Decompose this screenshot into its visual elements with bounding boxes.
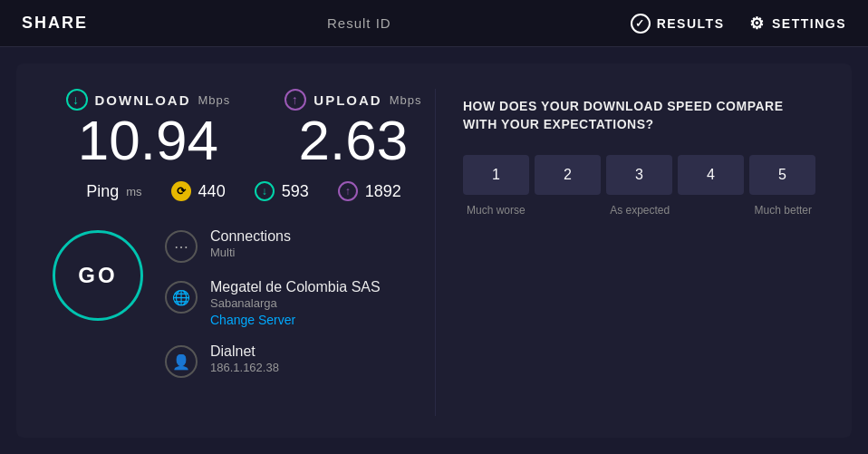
result-id-label[interactable]: Result ID: [327, 15, 391, 31]
bottom-left: GO ⋯ Connections Multi 🌐 Megatel de Colo…: [53, 221, 435, 378]
label-as-expected: As expected: [610, 204, 670, 217]
user-icon: 👤: [165, 345, 198, 378]
server-text: Megatel de Colombia SAS Sabanalarga Chan…: [210, 279, 381, 327]
right-panel: HOW DOES YOUR DOWNLOAD SPEED COMPARE WIT…: [435, 89, 815, 416]
share-button[interactable]: SHARE: [22, 14, 88, 33]
upload-label: ↑ UPLOAD Mbps: [285, 89, 421, 111]
left-panel: ↓ DOWNLOAD Mbps 10.94 ↑ UPLOAD Mbps 2.63…: [53, 89, 435, 416]
main-content: ↓ DOWNLOAD Mbps 10.94 ↑ UPLOAD Mbps 2.63…: [16, 63, 852, 438]
label-much-worse: Much worse: [467, 204, 526, 217]
jitter-icon: ⟳: [171, 181, 191, 201]
topbar-right: ✓ RESULTS ⚙ SETTINGS: [631, 14, 846, 34]
results-icon: ✓: [631, 14, 651, 34]
results-button[interactable]: ✓ RESULTS: [631, 14, 725, 34]
rating-btn-1[interactable]: 1: [463, 155, 529, 195]
ping-dl: ↓ 593: [255, 181, 309, 201]
settings-button[interactable]: ⚙ SETTINGS: [749, 14, 846, 34]
rating-btn-3[interactable]: 3: [606, 155, 672, 195]
rating-scale: 1 2 3 4 5 Much worse As expected Much be…: [463, 155, 815, 217]
user-text: Dialnet 186.1.162.38: [210, 343, 279, 374]
rating-btn-2[interactable]: 2: [535, 155, 601, 195]
download-value: 10.94: [78, 112, 218, 169]
download-block: ↓ DOWNLOAD Mbps 10.94: [66, 89, 231, 169]
rating-labels: Much worse As expected Much better: [463, 204, 815, 217]
upload-icon: ↑: [285, 89, 306, 111]
ping-ul: ↑ 1892: [338, 181, 401, 201]
ping-label: Ping ms: [86, 182, 141, 201]
topbar: SHARE Result ID ✓ RESULTS ⚙ SETTINGS: [0, 0, 868, 47]
compare-title: HOW DOES YOUR DOWNLOAD SPEED COMPARE WIT…: [463, 98, 815, 133]
info-list: ⋯ Connections Multi 🌐 Megatel de Colombi…: [165, 228, 381, 378]
rating-btn-4[interactable]: 4: [678, 155, 744, 195]
jitter-value: 440: [198, 182, 226, 201]
ping-dl-icon: ↓: [255, 181, 275, 201]
ping-jitter: ⟳ 440: [171, 181, 226, 201]
rating-buttons: 1 2 3 4 5: [463, 155, 815, 195]
go-button[interactable]: GO: [53, 230, 143, 321]
change-server-link[interactable]: Change Server: [210, 313, 381, 327]
rating-btn-5[interactable]: 5: [749, 155, 815, 195]
upload-block: ↑ UPLOAD Mbps 2.63: [285, 89, 421, 169]
server-icon: 🌐: [165, 281, 198, 314]
connections-item: ⋯ Connections Multi: [165, 228, 381, 263]
connections-text: Connections Multi: [210, 228, 291, 259]
ping-ul-value: 1892: [365, 182, 401, 201]
ping-ul-icon: ↑: [338, 181, 358, 201]
ping-row: Ping ms ⟳ 440 ↓ 593 ↑ 1892: [53, 181, 435, 201]
ping-dl-value: 593: [282, 182, 309, 201]
download-icon: ↓: [66, 89, 88, 111]
connections-icon: ⋯: [165, 230, 198, 263]
user-item: 👤 Dialnet 186.1.162.38: [165, 343, 381, 378]
download-label: ↓ DOWNLOAD Mbps: [66, 89, 231, 111]
label-much-better: Much better: [755, 204, 812, 217]
upload-value: 2.63: [299, 112, 409, 169]
server-item: 🌐 Megatel de Colombia SAS Sabanalarga Ch…: [165, 279, 381, 327]
speed-row: ↓ DOWNLOAD Mbps 10.94 ↑ UPLOAD Mbps 2.63: [53, 89, 435, 169]
gear-icon: ⚙: [749, 14, 766, 34]
